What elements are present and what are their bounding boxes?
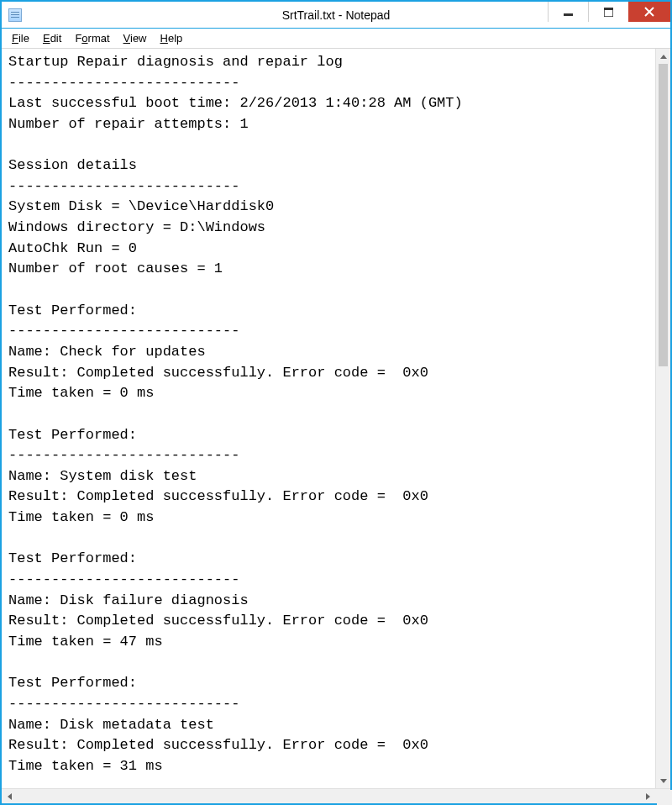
maximize-icon — [604, 8, 613, 17]
menu-format[interactable]: Format — [68, 30, 116, 46]
menu-help[interactable]: Help — [154, 30, 190, 46]
vertical-scrollbar[interactable] — [655, 49, 670, 788]
svg-rect-2 — [604, 8, 613, 10]
close-button[interactable] — [628, 2, 670, 22]
menu-file[interactable]: File — [5, 30, 36, 46]
notepad-icon — [8, 8, 22, 22]
maximize-button[interactable] — [588, 2, 628, 22]
scroll-right-arrow-icon[interactable] — [640, 789, 655, 804]
minimize-icon — [564, 8, 573, 17]
notepad-window: SrtTrail.txt - Notepad File Edit Format … — [0, 0, 672, 805]
horizontal-scrollbar[interactable] — [2, 788, 670, 803]
scroll-corner — [657, 790, 672, 805]
titlebar[interactable]: SrtTrail.txt - Notepad — [2, 2, 670, 29]
scroll-up-arrow-icon[interactable] — [656, 49, 670, 64]
menu-view[interactable]: View — [117, 30, 154, 46]
scroll-thumb[interactable] — [659, 64, 668, 366]
close-icon — [644, 7, 654, 17]
content-area: Startup Repair diagnosis and repair log … — [2, 49, 670, 788]
scroll-down-arrow-icon[interactable] — [656, 773, 670, 788]
scroll-left-arrow-icon[interactable] — [2, 789, 17, 804]
window-title: SrtTrail.txt - Notepad — [282, 8, 391, 22]
menubar: File Edit Format View Help — [2, 29, 670, 49]
svg-rect-0 — [564, 13, 573, 16]
text-editor[interactable]: Startup Repair diagnosis and repair log … — [2, 49, 655, 788]
window-controls — [548, 2, 670, 22]
bottom-scroll-row — [2, 788, 670, 803]
minimize-button[interactable] — [548, 2, 588, 22]
menu-edit[interactable]: Edit — [36, 30, 68, 46]
